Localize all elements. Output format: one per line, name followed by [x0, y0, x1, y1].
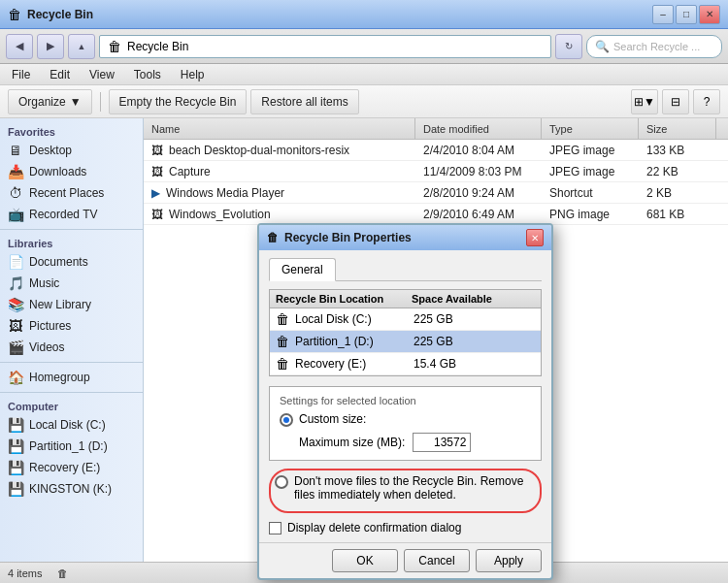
recycle-bin-icon-status: 🗑 [57, 567, 68, 579]
header-type[interactable]: Type [542, 118, 639, 139]
favorites-section: Favorites 🖥 Desktop 📥 Downloads ⏱ Recent… [0, 122, 143, 225]
file-name-3: 🖼 Windows_Evolution [144, 206, 415, 223]
tab-general[interactable]: General [269, 258, 336, 281]
sidebar-item-label-new-library: New Library [29, 298, 91, 311]
up-button[interactable]: ▲ [68, 34, 95, 59]
libraries-label: Libraries [0, 234, 143, 251]
display-delete-checkbox[interactable] [269, 522, 281, 534]
file-name-1: 🖼 Capture [144, 163, 415, 180]
recovery-e-icon: 💾 [8, 460, 23, 475]
recycle-bin-properties-dialog: 🗑 Recycle Bin Properties ✕ General Recyc… [257, 223, 553, 580]
sidebar-item-desktop[interactable]: 🖥 Desktop [0, 140, 143, 161]
file-type-2: Shortcut [542, 184, 639, 202]
location-row-d[interactable]: 🗑 Partition_1 (D:) 225 GB [270, 331, 541, 353]
sidebar-item-documents[interactable]: 📄 Documents [0, 251, 143, 273]
title-bar-controls: – □ ✕ [652, 5, 720, 24]
dialog-title-bar: 🗑 Recycle Bin Properties ✕ [259, 225, 551, 250]
menu-file[interactable]: File [8, 66, 34, 83]
sidebar-item-label-recorded-tv: Recorded TV [29, 208, 97, 221]
menu-help[interactable]: Help [177, 66, 209, 83]
dont-move-row: Don't move files to the Recycle Bin. Rem… [275, 474, 536, 502]
sidebar-item-label-recovery-e: Recovery (E:) [29, 461, 100, 474]
file-icon-1: 🖼 [151, 165, 163, 178]
sidebar-item-label-recent-places: Recent Places [29, 186, 104, 200]
search-box[interactable]: 🔍 Search Recycle ... [586, 35, 722, 58]
maximize-button[interactable]: □ [676, 5, 697, 24]
file-size-3: 681 KB [639, 206, 716, 223]
homegroup-section: 🏠 Homegroup [0, 367, 143, 388]
header-name[interactable]: Name [144, 118, 415, 139]
sidebar-item-partition-d[interactable]: 💾 Partition_1 (D:) [0, 436, 143, 457]
dont-move-container: Don't move files to the Recycle Bin. Rem… [269, 469, 542, 513]
help-button[interactable]: ? [693, 89, 720, 114]
minimize-button[interactable]: – [652, 5, 674, 24]
sidebar-item-pictures[interactable]: 🖼 Pictures [0, 315, 143, 337]
restore-all-button[interactable]: Restore all items [250, 89, 358, 114]
sidebar-item-homegroup[interactable]: 🏠 Homegroup [0, 367, 143, 388]
back-button[interactable]: ◀ [6, 34, 33, 59]
ok-button[interactable]: OK [332, 549, 398, 572]
organize-arrow-icon: ▼ [70, 95, 82, 109]
location-space-c: 225 GB [414, 312, 453, 326]
custom-size-radio[interactable] [280, 413, 293, 427]
cancel-button[interactable]: Cancel [404, 549, 470, 572]
sidebar-item-kingston-k[interactable]: 💾 KINGSTON (K:) [0, 478, 143, 500]
videos-icon: 🎬 [8, 340, 23, 355]
preview-pane-button[interactable]: ⊟ [662, 89, 689, 114]
file-date-0: 2/4/2010 8:04 AM [415, 142, 542, 159]
sidebar-item-label-downloads: Downloads [29, 165, 86, 178]
location-icon-d: 🗑 [276, 334, 291, 349]
kingston-k-icon: 💾 [8, 481, 23, 497]
file-row[interactable]: 🖼 Capture 11/4/2009 8:03 PM JPEG image 2… [144, 161, 728, 182]
toolbar-right: ⊞▼ ⊟ ? [631, 89, 720, 114]
file-row[interactable]: 🖼 beach Desktop-dual-monitors-resix 2/4/… [144, 140, 728, 161]
view-icon-button[interactable]: ⊞▼ [631, 89, 658, 114]
computer-label: Computer [0, 397, 143, 414]
file-row[interactable]: ▶ Windows Media Player 2/8/2010 9:24 AM … [144, 182, 728, 204]
file-size-0: 133 KB [639, 142, 716, 159]
sidebar-item-label-documents: Documents [29, 255, 88, 269]
menu-view[interactable]: View [85, 66, 118, 83]
dialog-footer: OK Cancel Apply [259, 542, 551, 578]
refresh-button[interactable]: ↻ [555, 34, 582, 59]
menu-tools[interactable]: Tools [130, 66, 165, 83]
sidebar-item-recovery-e[interactable]: 💾 Recovery (E:) [0, 457, 143, 478]
dont-move-radio[interactable] [275, 475, 288, 489]
organize-button[interactable]: Organize ▼ [8, 89, 92, 114]
sidebar-item-new-library[interactable]: 📚 New Library [0, 294, 143, 315]
dialog-tab-bar: General [269, 258, 542, 281]
sidebar-item-label-pictures: Pictures [29, 319, 71, 333]
location-col-space-header: Space Available [406, 290, 498, 308]
libraries-section: Libraries 📄 Documents 🎵 Music 📚 New Libr… [0, 234, 143, 358]
computer-section: Computer 💾 Local Disk (C:) 💾 Partition_1… [0, 397, 143, 500]
header-date-modified[interactable]: Date modified [415, 118, 542, 139]
sidebar-item-music[interactable]: 🎵 Music [0, 273, 143, 294]
sidebar-item-videos[interactable]: 🎬 Videos [0, 337, 143, 358]
sidebar-item-recent-places[interactable]: ⏱ Recent Places [0, 182, 143, 204]
max-size-input[interactable] [413, 433, 471, 452]
file-date-3: 2/9/2010 6:49 AM [415, 206, 542, 223]
header-size[interactable]: Size [639, 118, 716, 139]
file-row[interactable]: 🖼 Windows_Evolution 2/9/2010 6:49 AM PNG… [144, 204, 728, 225]
dialog-close-button[interactable]: ✕ [526, 229, 544, 246]
menu-edit[interactable]: Edit [46, 66, 74, 83]
file-name-0: 🖼 beach Desktop-dual-monitors-resix [144, 142, 415, 159]
sidebar-item-label-videos: Videos [29, 340, 64, 354]
address-input[interactable]: 🗑 Recycle Bin [99, 35, 551, 58]
location-row-c[interactable]: 🗑 Local Disk (C:) 225 GB [270, 308, 541, 331]
sidebar-item-recorded-tv[interactable]: 📺 Recorded TV [0, 204, 143, 225]
path-icon: 🗑 [108, 39, 121, 54]
forward-button[interactable]: ▶ [37, 34, 64, 59]
location-row-e[interactable]: 🗑 Recovery (E:) 15.4 GB [270, 353, 541, 375]
window-icon: 🗑 [8, 7, 21, 22]
partition-d-icon: 💾 [8, 438, 23, 454]
dialog-title: 🗑 Recycle Bin Properties [267, 231, 412, 244]
apply-button[interactable]: Apply [476, 549, 542, 572]
file-icon-3: 🖼 [151, 208, 163, 221]
settings-title: Settings for selected location [280, 395, 531, 406]
empty-recycle-bin-button[interactable]: Empty the Recycle Bin [109, 89, 248, 114]
sidebar-item-label-homegroup: Homegroup [29, 371, 90, 384]
sidebar-item-downloads[interactable]: 📥 Downloads [0, 161, 143, 182]
close-button[interactable]: ✕ [699, 5, 720, 24]
sidebar-item-local-disk-c[interactable]: 💾 Local Disk (C:) [0, 414, 143, 436]
